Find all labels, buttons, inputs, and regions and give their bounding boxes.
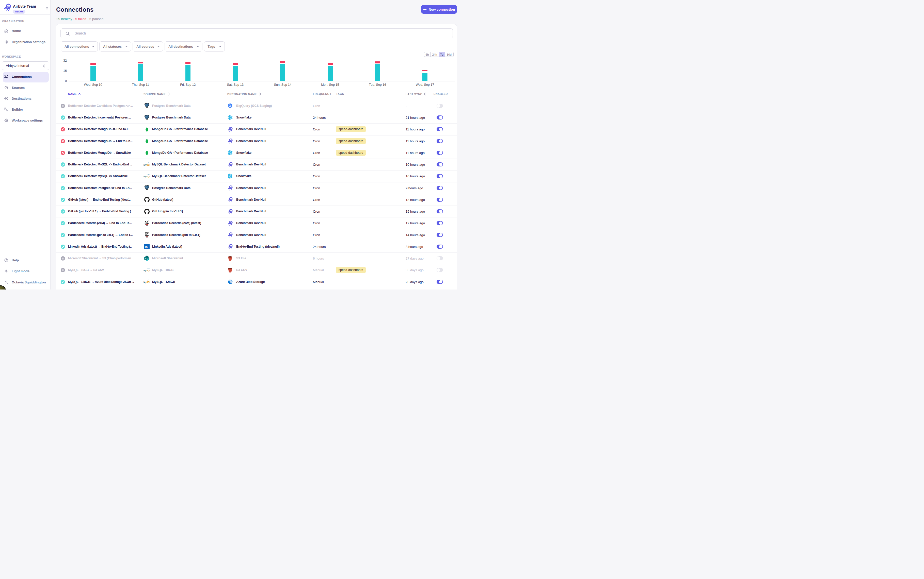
- svg-text:MySQL: MySQL: [143, 164, 150, 166]
- svg-text:S: S: [145, 257, 146, 260]
- svg-text:01: 01: [230, 282, 231, 283]
- svg-text:MySQL: MySQL: [143, 175, 150, 178]
- svg-text:MySQL: MySQL: [143, 269, 150, 272]
- svg-text:MySQL: MySQL: [143, 281, 150, 283]
- svg-text:in: in: [145, 245, 148, 249]
